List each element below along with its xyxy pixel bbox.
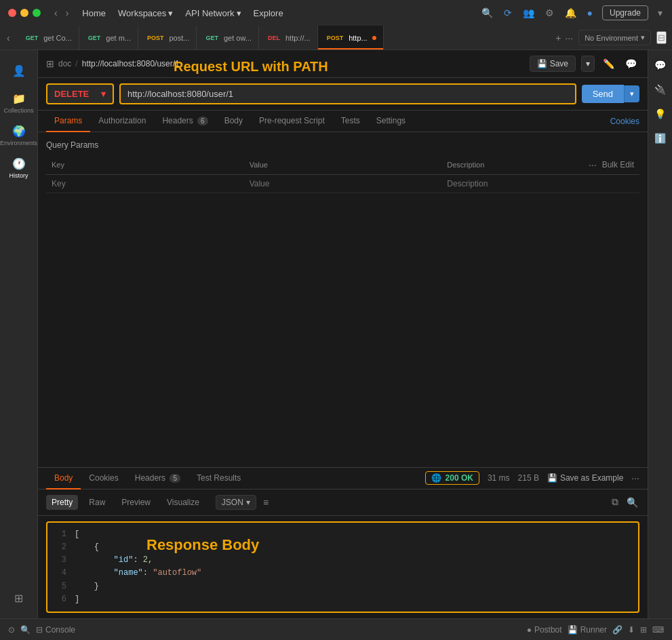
bulk-edit-button[interactable]: Bulk Edit <box>602 160 634 169</box>
response-tab-body[interactable]: Body <box>46 468 81 489</box>
download-icon[interactable]: ⬇ <box>628 625 635 635</box>
sidebar-collections-label: Collections <box>3 107 33 114</box>
breadcrumb-url[interactable]: http://localhost:8080/user/1 <box>82 59 180 68</box>
breadcrumb-doc[interactable]: doc <box>58 59 71 68</box>
menu-api-network[interactable]: API Network ▾ <box>185 8 241 18</box>
nav-back-button[interactable]: ‹ <box>52 6 60 20</box>
console-icon: ⊟ <box>36 625 43 635</box>
info-icon[interactable]: ℹ️ <box>651 129 670 148</box>
titlebar-right: 🔍 ⟳ 👥 ⚙ 🔔 ● Upgrade ▾ <box>480 5 665 20</box>
key-input[interactable] <box>52 179 239 188</box>
format-selector[interactable]: JSON ▾ <box>216 495 256 510</box>
tab-headers[interactable]: Headers 6 <box>154 111 216 132</box>
params-table: Key Value Description ··· Bulk Edit <box>46 155 639 193</box>
tab-prerequest[interactable]: Pre-request Script <box>251 111 333 132</box>
method-selector[interactable]: DELETE ▾ <box>46 83 114 104</box>
plugins-icon[interactable]: 🔌 <box>651 80 670 99</box>
view-raw[interactable]: Raw <box>83 495 111 510</box>
console-button[interactable]: ⊟ Console <box>36 625 75 635</box>
titlebar-menu: Home Workspaces ▾ API Network ▾ Explore <box>82 8 283 18</box>
response-tab-headers[interactable]: Headers 5 <box>127 468 189 489</box>
cookies-link[interactable]: Cookies <box>610 117 639 126</box>
tab-params[interactable]: Params <box>46 111 90 132</box>
upgrade-button[interactable]: Upgrade <box>602 5 648 20</box>
tab-get-collections[interactable]: GET get Co... <box>17 26 79 49</box>
menu-workspaces[interactable]: Workspaces ▾ <box>118 8 173 18</box>
tab-tests[interactable]: Tests <box>333 111 368 132</box>
tab-title: post... <box>169 34 189 42</box>
response-more-button[interactable]: ··· <box>631 473 639 483</box>
sync-icon[interactable]: ⟳ <box>502 6 513 20</box>
close-traffic-light[interactable] <box>8 9 16 17</box>
team-icon[interactable]: 👥 <box>521 6 536 20</box>
view-visualize[interactable]: Visualize <box>161 495 205 510</box>
maximize-traffic-light[interactable] <box>33 9 41 17</box>
save-example-button[interactable]: 💾 Save as Example <box>547 473 623 483</box>
sidebar-item-environments[interactable]: 🌍 Environments <box>4 121 34 151</box>
postbot-icon: ● <box>527 625 532 635</box>
link-icon[interactable]: 🔗 <box>612 625 622 635</box>
globe-icon: 🌐 <box>431 473 441 483</box>
view-pretty[interactable]: Pretty <box>46 495 78 510</box>
save-dropdown-button[interactable]: ▾ <box>581 56 595 72</box>
tab-body[interactable]: Body <box>216 111 251 132</box>
main-layout: 👤 📁 Collections 🌍 Environments 🕐 History… <box>0 50 672 618</box>
status-icon[interactable]: ⊙ <box>8 625 15 635</box>
sidebar-item-more[interactable]: ⊞ <box>4 583 34 613</box>
copy-icon[interactable]: ⧉ <box>610 495 620 509</box>
environment-label: No Environment <box>585 34 638 42</box>
runner-button[interactable]: 💾 Runner <box>568 625 607 635</box>
menu-explore[interactable]: Explore <box>254 8 283 18</box>
keyboard-icon[interactable]: ⌨ <box>652 625 664 635</box>
tab-del-http[interactable]: DEL http://... <box>259 26 318 49</box>
tab-add-button[interactable]: + <box>555 33 561 43</box>
value-input[interactable] <box>250 179 437 188</box>
runner-label: Runner <box>580 625 607 635</box>
hints-icon[interactable]: 💡 <box>651 104 670 123</box>
sidebar-item-team[interactable]: 👤 <box>4 56 34 85</box>
search-icon[interactable]: 🔍 <box>480 6 494 20</box>
edit-icon[interactable]: ✏️ <box>600 56 617 72</box>
comment-icon[interactable]: 💬 <box>622 56 639 72</box>
send-dropdown-button[interactable]: ▾ <box>624 85 639 102</box>
save-button[interactable]: 💾 Save <box>530 56 576 72</box>
tab-post-http[interactable]: POST http... <box>318 26 384 49</box>
response-time: 31 ms <box>488 473 510 483</box>
params-more-button[interactable]: ··· <box>589 159 597 170</box>
nav-forward-button[interactable]: › <box>63 6 72 20</box>
search-statusbar-icon[interactable]: 🔍 <box>20 625 31 635</box>
tab-get-my[interactable]: GET get m... <box>79 26 138 49</box>
statusbar-left: ⊙ 🔍 ⊟ Console <box>8 625 75 635</box>
request-panel: ⊞ doc / http://localhost:8080/user/1 💾 S… <box>38 50 648 618</box>
menu-more-icon[interactable]: ▾ <box>656 6 664 20</box>
filter-icon[interactable]: ≡ <box>262 496 270 509</box>
tab-get-own[interactable]: GET get ow... <box>197 26 259 49</box>
sidebar-item-collections[interactable]: 📁 Collections <box>4 88 34 118</box>
comments-icon[interactable]: 💬 <box>651 56 670 75</box>
response-tab-test-results[interactable]: Test Results <box>189 468 249 489</box>
layout-icon[interactable]: ⊞ <box>640 625 647 635</box>
search-response-icon[interactable]: 🔍 <box>625 495 639 509</box>
request-tabs-row: Params Authorization Headers 6 Body Pre-… <box>38 111 648 132</box>
response-tab-cookies[interactable]: Cookies <box>81 468 126 489</box>
menu-home[interactable]: Home <box>82 8 106 18</box>
sidebar-item-history[interactable]: 🕐 History <box>4 153 34 183</box>
tab-authorization[interactable]: Authorization <box>90 111 154 132</box>
description-input[interactable] <box>447 179 634 188</box>
account-icon[interactable]: ● <box>586 6 594 20</box>
notifications-icon[interactable]: 🔔 <box>564 6 578 20</box>
url-input[interactable] <box>119 83 576 104</box>
tab-more-button[interactable]: ··· <box>565 33 573 43</box>
tab-settings[interactable]: Settings <box>368 111 414 132</box>
postbot-button[interactable]: ● Postbot <box>527 625 562 635</box>
layout-icon[interactable]: ⊟ <box>656 31 667 44</box>
send-button[interactable]: Send <box>582 85 624 103</box>
response-panel: Body Cookies Headers 5 Test Results 🌐 20… <box>38 467 648 618</box>
environment-selector[interactable]: No Environment ▾ <box>578 30 651 45</box>
tab-post[interactable]: POST post... <box>138 26 197 49</box>
view-preview[interactable]: Preview <box>116 495 156 510</box>
minimize-traffic-light[interactable] <box>20 9 28 17</box>
tabs-back-button[interactable]: ‹ <box>3 33 14 43</box>
breadcrumb-separator: / <box>75 59 77 68</box>
settings-icon[interactable]: ⚙ <box>544 6 555 20</box>
